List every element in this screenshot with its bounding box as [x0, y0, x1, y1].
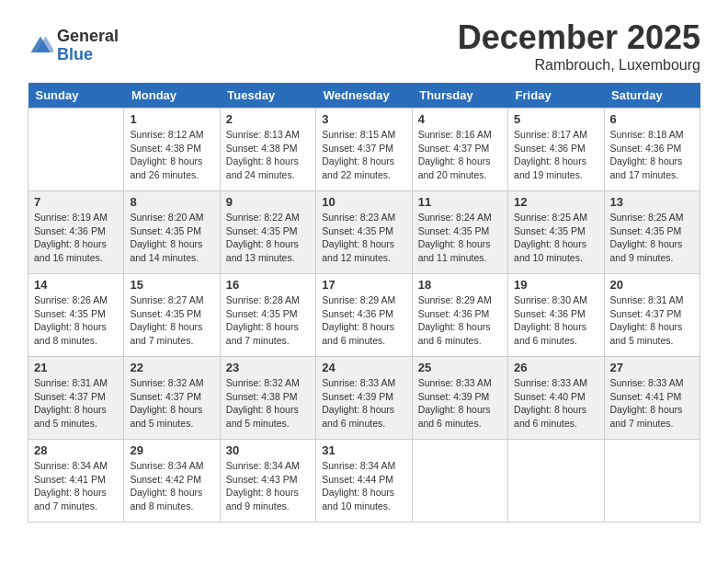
day-info: Sunrise: 8:33 AM Sunset: 4:39 PM Dayligh… — [322, 376, 405, 431]
week-row-4: 28Sunrise: 8:34 AM Sunset: 4:41 PM Dayli… — [28, 440, 700, 523]
weekday-header-sunday: Sunday — [28, 83, 124, 109]
day-cell — [28, 109, 124, 191]
day-info: Sunrise: 8:34 AM Sunset: 4:41 PM Dayligh… — [34, 459, 118, 513]
day-number: 12 — [514, 195, 597, 209]
day-cell: 6Sunrise: 8:18 AM Sunset: 4:36 PM Daylig… — [604, 109, 700, 191]
weekday-header-row: SundayMondayTuesdayWednesdayThursdayFrid… — [28, 83, 700, 109]
day-cell: 25Sunrise: 8:33 AM Sunset: 4:39 PM Dayli… — [412, 357, 507, 440]
day-info: Sunrise: 8:25 AM Sunset: 4:35 PM Dayligh… — [514, 211, 597, 265]
day-info: Sunrise: 8:32 AM Sunset: 4:37 PM Dayligh… — [130, 376, 213, 431]
logo: General Blue — [28, 28, 119, 64]
day-info: Sunrise: 8:29 AM Sunset: 4:36 PM Dayligh… — [418, 293, 502, 348]
day-cell: 31Sunrise: 8:34 AM Sunset: 4:44 PM Dayli… — [316, 440, 412, 523]
day-info: Sunrise: 8:33 AM Sunset: 4:41 PM Dayligh… — [610, 376, 694, 431]
location-title: Rambrouch, Luxembourg — [458, 57, 700, 74]
day-number: 7 — [34, 195, 118, 209]
day-cell: 14Sunrise: 8:26 AM Sunset: 4:35 PM Dayli… — [28, 274, 124, 357]
day-number: 5 — [514, 112, 597, 126]
day-info: Sunrise: 8:17 AM Sunset: 4:36 PM Dayligh… — [514, 128, 597, 182]
weekday-header-saturday: Saturday — [604, 83, 700, 109]
weekday-header-tuesday: Tuesday — [220, 83, 315, 109]
day-info: Sunrise: 8:34 AM Sunset: 4:43 PM Dayligh… — [226, 459, 310, 513]
day-info: Sunrise: 8:19 AM Sunset: 4:36 PM Dayligh… — [34, 211, 118, 265]
day-cell: 30Sunrise: 8:34 AM Sunset: 4:43 PM Dayli… — [220, 440, 315, 523]
day-number: 22 — [130, 361, 213, 374]
day-info: Sunrise: 8:13 AM Sunset: 4:38 PM Dayligh… — [226, 128, 310, 182]
day-info: Sunrise: 8:29 AM Sunset: 4:36 PM Dayligh… — [322, 293, 405, 348]
day-info: Sunrise: 8:27 AM Sunset: 4:35 PM Dayligh… — [130, 293, 213, 348]
day-number: 21 — [34, 361, 118, 374]
day-number: 29 — [130, 443, 213, 457]
day-number: 30 — [226, 443, 310, 457]
day-info: Sunrise: 8:18 AM Sunset: 4:36 PM Dayligh… — [610, 128, 694, 182]
day-number: 14 — [34, 278, 118, 292]
day-number: 15 — [130, 278, 213, 292]
day-cell: 16Sunrise: 8:28 AM Sunset: 4:35 PM Dayli… — [220, 274, 315, 357]
day-cell: 20Sunrise: 8:31 AM Sunset: 4:37 PM Dayli… — [604, 274, 700, 357]
day-info: Sunrise: 8:16 AM Sunset: 4:37 PM Dayligh… — [418, 128, 502, 182]
day-info: Sunrise: 8:34 AM Sunset: 4:42 PM Dayligh… — [130, 459, 213, 513]
day-number: 20 — [610, 278, 694, 292]
day-cell: 11Sunrise: 8:24 AM Sunset: 4:35 PM Dayli… — [412, 191, 507, 274]
day-number: 9 — [226, 195, 310, 209]
weekday-header-wednesday: Wednesday — [316, 83, 412, 109]
logo-general: General — [57, 28, 119, 46]
calendar-table: SundayMondayTuesdayWednesdayThursdayFrid… — [28, 83, 700, 523]
day-info: Sunrise: 8:15 AM Sunset: 4:37 PM Dayligh… — [322, 128, 405, 182]
day-info: Sunrise: 8:12 AM Sunset: 4:38 PM Dayligh… — [130, 128, 213, 182]
logo-blue: Blue — [57, 46, 119, 64]
day-cell: 26Sunrise: 8:33 AM Sunset: 4:40 PM Dayli… — [508, 357, 604, 440]
day-info: Sunrise: 8:33 AM Sunset: 4:39 PM Dayligh… — [418, 376, 502, 431]
day-number: 16 — [226, 278, 310, 292]
week-row-1: 7Sunrise: 8:19 AM Sunset: 4:36 PM Daylig… — [28, 191, 700, 274]
weekday-header-thursday: Thursday — [412, 83, 507, 109]
week-row-0: 1Sunrise: 8:12 AM Sunset: 4:38 PM Daylig… — [28, 109, 700, 191]
day-number: 23 — [226, 361, 310, 374]
day-info: Sunrise: 8:33 AM Sunset: 4:40 PM Dayligh… — [514, 376, 597, 431]
week-row-3: 21Sunrise: 8:31 AM Sunset: 4:37 PM Dayli… — [28, 357, 700, 440]
day-info: Sunrise: 8:34 AM Sunset: 4:44 PM Dayligh… — [322, 459, 405, 513]
day-number: 17 — [322, 278, 405, 292]
day-cell: 23Sunrise: 8:32 AM Sunset: 4:38 PM Dayli… — [220, 357, 315, 440]
day-number: 8 — [130, 195, 213, 209]
day-number: 25 — [418, 361, 502, 374]
page-header: General Blue December 2025 Rambrouch, Lu… — [28, 18, 700, 74]
day-cell: 13Sunrise: 8:25 AM Sunset: 4:35 PM Dayli… — [604, 191, 700, 274]
logo-icon — [28, 33, 53, 59]
day-cell: 29Sunrise: 8:34 AM Sunset: 4:42 PM Dayli… — [124, 440, 220, 523]
day-cell: 5Sunrise: 8:17 AM Sunset: 4:36 PM Daylig… — [508, 109, 604, 191]
day-number: 6 — [610, 112, 694, 126]
day-cell: 15Sunrise: 8:27 AM Sunset: 4:35 PM Dayli… — [124, 274, 220, 357]
day-cell: 9Sunrise: 8:22 AM Sunset: 4:35 PM Daylig… — [220, 191, 315, 274]
day-cell: 1Sunrise: 8:12 AM Sunset: 4:38 PM Daylig… — [124, 109, 220, 191]
day-number: 2 — [226, 112, 310, 126]
day-cell: 21Sunrise: 8:31 AM Sunset: 4:37 PM Dayli… — [28, 357, 124, 440]
day-cell: 22Sunrise: 8:32 AM Sunset: 4:37 PM Dayli… — [124, 357, 220, 440]
day-info: Sunrise: 8:23 AM Sunset: 4:35 PM Dayligh… — [322, 211, 405, 265]
title-area: December 2025 Rambrouch, Luxembourg — [458, 18, 700, 74]
day-info: Sunrise: 8:32 AM Sunset: 4:38 PM Dayligh… — [226, 376, 310, 431]
day-cell: 28Sunrise: 8:34 AM Sunset: 4:41 PM Dayli… — [28, 440, 124, 523]
day-info: Sunrise: 8:31 AM Sunset: 4:37 PM Dayligh… — [34, 376, 118, 431]
day-number: 26 — [514, 361, 597, 374]
day-number: 31 — [322, 443, 405, 457]
day-number: 3 — [322, 112, 405, 126]
day-cell: 10Sunrise: 8:23 AM Sunset: 4:35 PM Dayli… — [316, 191, 412, 274]
day-info: Sunrise: 8:30 AM Sunset: 4:36 PM Dayligh… — [514, 293, 597, 348]
day-number: 24 — [322, 361, 405, 374]
week-row-2: 14Sunrise: 8:26 AM Sunset: 4:35 PM Dayli… — [28, 274, 700, 357]
day-cell: 3Sunrise: 8:15 AM Sunset: 4:37 PM Daylig… — [316, 109, 412, 191]
day-cell: 18Sunrise: 8:29 AM Sunset: 4:36 PM Dayli… — [412, 274, 507, 357]
day-cell: 27Sunrise: 8:33 AM Sunset: 4:41 PM Dayli… — [604, 357, 700, 440]
month-title: December 2025 — [458, 18, 700, 57]
day-number: 28 — [34, 443, 118, 457]
day-cell: 4Sunrise: 8:16 AM Sunset: 4:37 PM Daylig… — [412, 109, 507, 191]
day-number: 4 — [418, 112, 502, 126]
day-info: Sunrise: 8:20 AM Sunset: 4:35 PM Dayligh… — [130, 211, 213, 265]
day-cell — [412, 440, 507, 523]
logo-text: General Blue — [57, 28, 119, 64]
weekday-header-monday: Monday — [124, 83, 220, 109]
day-info: Sunrise: 8:28 AM Sunset: 4:35 PM Dayligh… — [226, 293, 310, 348]
day-number: 10 — [322, 195, 405, 209]
day-info: Sunrise: 8:22 AM Sunset: 4:35 PM Dayligh… — [226, 211, 310, 265]
